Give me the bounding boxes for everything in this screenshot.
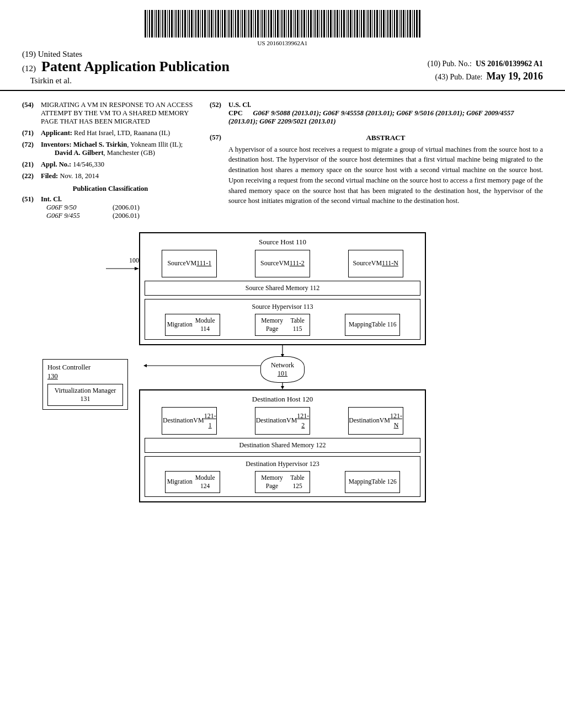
svg-rect-90 xyxy=(343,10,345,38)
svg-rect-36 xyxy=(224,10,226,38)
svg-rect-85 xyxy=(333,10,333,38)
svg-rect-105 xyxy=(376,10,378,38)
svg-rect-38 xyxy=(228,10,230,38)
svg-rect-66 xyxy=(290,10,292,38)
svg-rect-75 xyxy=(310,10,312,38)
svg-rect-45 xyxy=(244,10,246,38)
svg-rect-99 xyxy=(363,10,365,38)
pub-number-line: US 20160139962A1 xyxy=(0,40,565,46)
svg-rect-54 xyxy=(264,10,265,38)
svg-rect-65 xyxy=(288,10,289,38)
svg-rect-57 xyxy=(270,10,272,38)
svg-rect-103 xyxy=(372,10,373,38)
svg-rect-74 xyxy=(308,10,309,38)
svg-rect-52 xyxy=(260,10,260,38)
svg-rect-26 xyxy=(202,10,203,38)
svg-rect-79 xyxy=(319,10,320,38)
svg-rect-71 xyxy=(301,10,302,38)
diagram-wrapper: 100 Source Host 110 Source VM 111-1 Sour… xyxy=(139,232,426,502)
assignee-line: Tsirkin et al. xyxy=(22,76,230,85)
svg-rect-47 xyxy=(248,10,249,38)
svg-rect-43 xyxy=(240,10,241,38)
field-71-text: Applicant: Red Hat Israel, LTD, Raanana … xyxy=(41,129,199,137)
svg-rect-87 xyxy=(337,10,338,38)
source-mapping-table: Mapping Table 116 xyxy=(345,314,400,336)
svg-rect-95 xyxy=(354,10,355,38)
field-52: (52) U.S. Cl. CPC G06F 9/5088 (2013.01);… xyxy=(210,101,543,126)
svg-rect-68 xyxy=(295,10,296,38)
svg-rect-116 xyxy=(401,10,402,38)
svg-rect-63 xyxy=(284,10,285,38)
svg-rect-18 xyxy=(184,10,186,38)
middle-connector: Network 101 xyxy=(139,345,426,389)
svg-rect-83 xyxy=(328,10,329,38)
host-controller-box: Host Controller 130 Virtualization Manag… xyxy=(42,359,128,410)
svg-rect-15 xyxy=(178,10,179,38)
header-section: (19) United States (12) Patent Applicati… xyxy=(0,50,565,91)
diagram-area: 100 Source Host 110 Source VM 111-1 Sour… xyxy=(0,223,565,513)
body-section: (54) MIGRATING A VM IN RESPONSE TO AN AC… xyxy=(0,95,565,223)
source-vm-2: Source VM 111-2 xyxy=(255,250,310,277)
source-host-label: Source Host 110 xyxy=(145,238,420,247)
header-left: (19) United States (12) Patent Applicati… xyxy=(22,50,230,85)
svg-rect-51 xyxy=(257,10,259,38)
svg-rect-121 xyxy=(412,10,413,38)
ref-100-label: 100 xyxy=(106,256,139,272)
svg-rect-4 xyxy=(154,10,154,38)
dest-migration-module: Migration Module 124 xyxy=(165,471,220,493)
svg-rect-73 xyxy=(306,10,307,38)
svg-rect-112 xyxy=(392,10,393,38)
svg-rect-14 xyxy=(175,10,177,38)
dest-mapping-table: Mapping Table 126 xyxy=(345,471,400,493)
svg-rect-82 xyxy=(326,10,327,38)
svg-rect-46 xyxy=(247,10,247,38)
svg-rect-56 xyxy=(268,10,269,38)
field-54: (54) MIGRATING A VM IN RESPONSE TO AN AC… xyxy=(22,101,199,126)
source-vm-1: Source VM 111-1 xyxy=(162,250,217,277)
svg-rect-23 xyxy=(195,10,196,38)
svg-rect-30 xyxy=(211,10,212,38)
svg-rect-39 xyxy=(231,10,232,38)
svg-rect-67 xyxy=(293,10,294,38)
left-column: (54) MIGRATING A VM IN RESPONSE TO AN AC… xyxy=(22,101,199,223)
svg-rect-100 xyxy=(366,10,366,38)
svg-rect-91 xyxy=(346,10,347,38)
svg-rect-77 xyxy=(315,10,316,38)
svg-rect-59 xyxy=(275,10,276,38)
svg-rect-9 xyxy=(164,10,166,38)
source-vm-n: Source VM 111-N xyxy=(348,250,403,277)
source-vm-row: Source VM 111-1 Source VM 111-2 Source V… xyxy=(145,250,420,277)
pub-class-title: Publication Classification xyxy=(22,185,199,193)
svg-rect-8 xyxy=(162,10,163,38)
dest-host-label: Destination Host 120 xyxy=(145,395,420,404)
source-hypervisor-label: Source Hypervisor 113 xyxy=(148,303,417,311)
abstract-title: ABSTRACT xyxy=(228,133,543,142)
svg-rect-106 xyxy=(379,10,380,38)
svg-rect-117 xyxy=(403,10,404,38)
svg-rect-20 xyxy=(189,10,190,38)
svg-rect-104 xyxy=(374,10,375,38)
field-22: (22) Filed: Nov. 18, 2014 xyxy=(22,172,199,180)
field-57-label: (57) xyxy=(210,133,226,207)
svg-rect-70 xyxy=(300,10,300,38)
cl-row-2: G06F 9/455 (2006.01) xyxy=(46,212,199,220)
field-21-text: Appl. No.: 14/546,330 xyxy=(41,160,199,169)
svg-rect-50 xyxy=(255,10,256,38)
svg-rect-13 xyxy=(174,10,174,38)
svg-rect-19 xyxy=(187,10,188,38)
svg-rect-64 xyxy=(286,10,287,38)
svg-rect-61 xyxy=(280,10,280,38)
svg-rect-34 xyxy=(220,10,221,38)
barcode-area: US 20160139962A1 xyxy=(0,0,565,50)
header-right: (10) Pub. No.: US 2016/0139962 A1 (43) P… xyxy=(230,50,543,82)
svg-rect-119 xyxy=(407,10,408,38)
svg-rect-118 xyxy=(406,10,406,38)
svg-rect-48 xyxy=(250,10,252,38)
dest-vm-1: Destination VM 121-1 xyxy=(162,407,217,435)
svg-rect-5 xyxy=(156,10,157,38)
dest-shared-mem: Destination Shared Memory 122 xyxy=(145,438,420,453)
svg-rect-69 xyxy=(297,10,299,38)
svg-rect-122 xyxy=(414,10,415,38)
svg-rect-113 xyxy=(394,10,395,38)
dest-vm-row: Destination VM 121-1 Destination VM 121-… xyxy=(145,407,420,435)
